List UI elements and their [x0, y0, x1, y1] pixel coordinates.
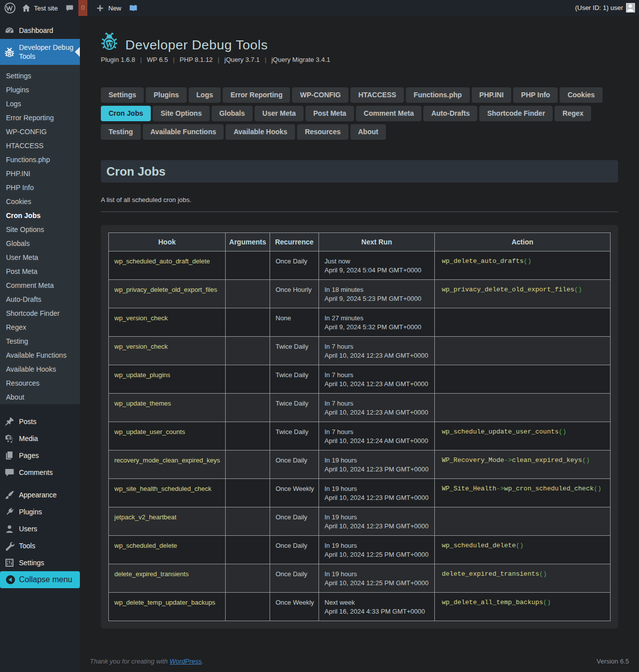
svg-text:W: W: [7, 52, 12, 57]
svg-text:W: W: [105, 40, 113, 50]
